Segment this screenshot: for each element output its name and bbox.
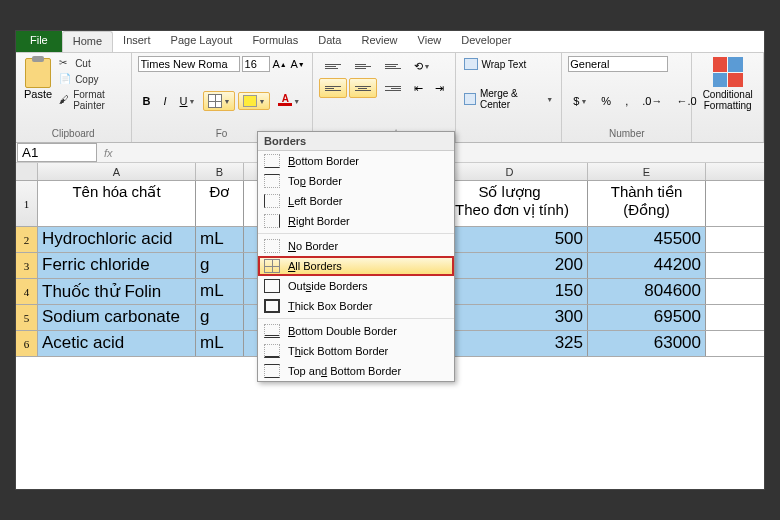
row-header[interactable]: 5 — [16, 305, 38, 330]
number-label: Number — [568, 128, 685, 139]
merge-center-button[interactable]: Merge & Center▼ — [462, 86, 556, 112]
grow-font-button[interactable]: A▲ — [272, 56, 288, 72]
align-right-button[interactable] — [379, 78, 407, 98]
tab-review[interactable]: Review — [351, 31, 407, 52]
align-top-button[interactable] — [319, 56, 347, 76]
menu-thick-box-border[interactable]: Thick Box Border — [258, 296, 454, 316]
tab-view[interactable]: View — [408, 31, 452, 52]
comma-button[interactable]: , — [620, 92, 633, 110]
inc-decimal-button[interactable]: .0→ — [637, 92, 667, 110]
menu-left-border[interactable]: Left Border — [258, 191, 454, 211]
currency-button[interactable]: $▼ — [568, 92, 592, 110]
tab-file[interactable]: File — [16, 31, 62, 52]
cell[interactable]: 804600 — [588, 279, 706, 304]
cell[interactable]: 150 — [432, 279, 588, 304]
menu-top-and-bottom-border[interactable]: Top and Bottom Border — [258, 361, 454, 381]
group-number: $▼ % , .0→ ←.0 Number — [562, 53, 692, 142]
cell[interactable]: 69500 — [588, 305, 706, 330]
cell[interactable]: 200 — [432, 253, 588, 278]
menu-thick-bottom-border[interactable]: Thick Bottom Border — [258, 341, 454, 361]
cell[interactable]: 300 — [432, 305, 588, 330]
bold-button[interactable]: B — [138, 92, 156, 110]
fill-color-button[interactable]: ▼ — [238, 92, 270, 110]
tab-data[interactable]: Data — [308, 31, 351, 52]
cell[interactable]: 44200 — [588, 253, 706, 278]
indent-dec-button[interactable]: ⇤ — [409, 78, 428, 98]
col-header-d[interactable]: D — [432, 163, 588, 180]
cell[interactable]: Ferric chloride — [38, 253, 196, 278]
cell[interactable]: 45500 — [588, 227, 706, 252]
col-header-b[interactable]: B — [196, 163, 244, 180]
menu-no-border[interactable]: No Border — [258, 236, 454, 256]
percent-button[interactable]: % — [596, 92, 616, 110]
name-box[interactable] — [17, 143, 97, 162]
align-center-button[interactable] — [349, 78, 377, 98]
cell[interactable]: Thuốc thử Folin — [38, 279, 196, 304]
copy-button[interactable]: 📄Copy — [58, 72, 124, 86]
cell[interactable]: Thành tiền(Đồng) — [588, 181, 706, 226]
col-header-e[interactable]: E — [588, 163, 706, 180]
cell[interactable]: Số lượng(Theo đơn vị tính) — [432, 181, 588, 226]
row-header[interactable]: 3 — [16, 253, 38, 278]
cell[interactable]: Acetic acid — [38, 331, 196, 356]
font-color-icon — [278, 94, 292, 108]
cell[interactable]: 325 — [432, 331, 588, 356]
cell[interactable]: 63000 — [588, 331, 706, 356]
align-bottom-button[interactable] — [379, 56, 407, 76]
cell[interactable]: 500 — [432, 227, 588, 252]
wrap-icon — [464, 58, 478, 70]
merge-icon — [464, 93, 476, 105]
row-header[interactable]: 1 — [16, 181, 38, 226]
col-header-a[interactable]: A — [38, 163, 196, 180]
left-border-icon — [264, 194, 280, 208]
fill-icon — [243, 95, 257, 107]
wrap-text-button[interactable]: Wrap Text — [462, 56, 556, 72]
cell[interactable]: mL — [196, 331, 244, 356]
all-borders-icon — [264, 259, 280, 273]
align-middle-button[interactable] — [349, 56, 377, 76]
cut-icon: ✂ — [59, 57, 71, 69]
tab-home[interactable]: Home — [62, 31, 113, 52]
indent-inc-button[interactable]: ⇥ — [430, 78, 449, 98]
orientation-button[interactable]: ⟲▼ — [409, 56, 436, 76]
tab-insert[interactable]: Insert — [113, 31, 161, 52]
paste-button[interactable]: Paste — [22, 56, 54, 112]
number-format-select[interactable] — [568, 56, 668, 72]
cell[interactable]: g — [196, 305, 244, 330]
select-all-corner[interactable] — [16, 163, 38, 180]
tab-developer[interactable]: Developer — [451, 31, 521, 52]
menu-top-border[interactable]: Top Border — [258, 171, 454, 191]
tab-page-layout[interactable]: Page Layout — [161, 31, 243, 52]
format-painter-button[interactable]: 🖌Format Painter — [58, 88, 124, 112]
tab-formulas[interactable]: Formulas — [242, 31, 308, 52]
align-left-button[interactable] — [319, 78, 347, 98]
cell[interactable]: g — [196, 253, 244, 278]
menu-bottom-border[interactable]: Bottom Border — [258, 151, 454, 171]
group-font: A▲ A▼ B I U▼ ▼ ▼ ▼ Fo — [132, 53, 313, 142]
cell[interactable]: Hydrochloric acid — [38, 227, 196, 252]
cell[interactable]: mL — [196, 279, 244, 304]
cell[interactable]: mL — [196, 227, 244, 252]
font-color-button[interactable]: ▼ — [273, 91, 305, 111]
italic-button[interactable]: I — [158, 92, 171, 110]
row-header[interactable]: 6 — [16, 331, 38, 356]
row-header[interactable]: 4 — [16, 279, 38, 304]
cell[interactable]: Sodium carbonate — [38, 305, 196, 330]
group-wrap-merge: Wrap Text Merge & Center▼ — [456, 53, 563, 142]
fx-label: fx — [98, 147, 119, 159]
conditional-formatting-button[interactable]: Conditional Formatting — [698, 57, 757, 111]
brush-icon: 🖌 — [59, 94, 69, 106]
font-name-select[interactable] — [138, 56, 240, 72]
underline-button[interactable]: U▼ — [175, 92, 201, 110]
cell[interactable]: Tên hóa chất — [38, 181, 196, 226]
menu-right-border[interactable]: Right Border — [258, 211, 454, 231]
cut-button[interactable]: ✂Cut — [58, 56, 124, 70]
row-header[interactable]: 2 — [16, 227, 38, 252]
cell[interactable]: Đơ — [196, 181, 244, 226]
borders-button[interactable]: ▼ — [203, 91, 235, 111]
menu-outside-borders[interactable]: Outside Borders — [258, 276, 454, 296]
menu-bottom-double-border[interactable]: Bottom Double Border — [258, 321, 454, 341]
font-size-select[interactable] — [242, 56, 270, 72]
shrink-font-button[interactable]: A▼ — [290, 56, 306, 72]
menu-all-borders[interactable]: All Borders — [258, 256, 454, 276]
